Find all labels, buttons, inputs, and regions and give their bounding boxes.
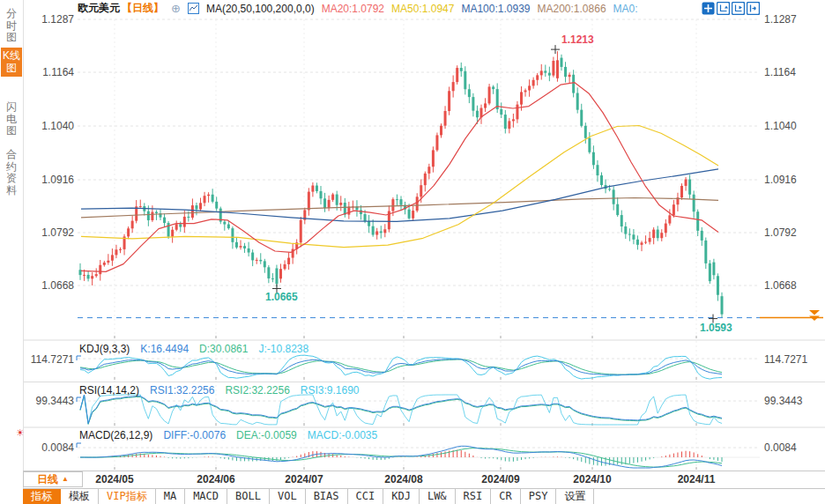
kdj-label-row: KDJ(9,3,3) K:16.4494 D:30.0861 J:-10.823… (79, 343, 308, 355)
kline-mini-icon[interactable] (188, 3, 199, 14)
x-axis-date-label: 2024/07 (285, 473, 323, 485)
kdj-axis-label-right: 114.7271 (764, 352, 807, 367)
kdj-d-value: D:30.0861 (199, 343, 248, 355)
tab-kdj[interactable]: KDJ (383, 489, 420, 504)
symbol-name: 欧元美元 (78, 1, 120, 16)
tab-macd[interactable]: MACD (185, 489, 227, 504)
period-selector-button[interactable]: 日线 ▲ (23, 471, 83, 487)
trading-terminal-window: 分时图 K线图 闪电图 合约资料 欧元美元【日线】 ⊕ MA(20,50,100… (0, 0, 825, 504)
tab-cci[interactable]: CCI (348, 489, 384, 504)
x-axis-date-label: 2024/08 (384, 473, 422, 485)
ma100-value: MA100:1.0939 (461, 3, 530, 15)
rsi2-value: RSI2:32.2256 (225, 384, 289, 397)
x-axis-date-label: 2024/06 (197, 473, 234, 485)
rsi3-value: RSI3:9.1690 (301, 384, 360, 397)
period-selector-label: 日线 (37, 472, 58, 487)
chevron-up-icon: ▲ (62, 476, 69, 483)
y-axis-right-label: 1.0668 (764, 278, 797, 293)
chart-header: 欧元美元【日线】 ⊕ MA(20,50,100,200,0,0) MA20:1.… (78, 2, 638, 15)
tab-vip-indicators[interactable]: VIP指标 (99, 489, 156, 504)
auto-scale-icon[interactable] (717, 2, 730, 15)
macd-axis-label-right: 0.0084 (764, 441, 797, 455)
y-axis-left-label: 1.0916 (25, 173, 74, 187)
macd-dea-value: DEA:-0.0059 (236, 429, 297, 441)
sidebar-item-lightning-chart[interactable]: 闪电图 (3, 99, 20, 140)
indicator-tab-bar: 指标 模板 VIP指标 MA MACD BOLL VOL BIAS CCI KD… (23, 488, 825, 504)
tab-bias[interactable]: BIAS (306, 489, 348, 504)
annotation-last-price: 1.0593 (700, 322, 732, 334)
sidebar-item-contract-info[interactable]: 合约资料 (3, 146, 20, 199)
ma50-value: MA50:1.0947 (391, 3, 454, 15)
y-axis-right-label: 1.0916 (764, 173, 797, 187)
x-axis-date-label: 2024/09 (481, 473, 519, 485)
crosshair-tool-icon[interactable] (702, 2, 715, 15)
annotation-period-high: 1.1213 (561, 33, 594, 46)
tab-templates[interactable]: 模板 (61, 489, 99, 504)
y-axis-left-label: 1.1040 (25, 119, 74, 133)
tab-psy[interactable]: PSY (521, 489, 557, 504)
tab-settings[interactable]: 设置 (556, 489, 594, 504)
tab-cr[interactable]: CR (491, 489, 520, 504)
y-axis-right-label: 1.1040 (764, 119, 797, 133)
x-axis-date-label: 2024/11 (678, 473, 716, 485)
macd-axis-label-left: 0.0084 (25, 441, 74, 455)
period-tag: 【日线】 (122, 1, 164, 16)
y-axis-left-label: 1.0792 (25, 226, 74, 240)
sidebar-item-kline-chart[interactable]: K线图 (1, 48, 22, 77)
y-axis-right-label: 1.1164 (764, 65, 796, 79)
macd-title[interactable]: MACD(26,12,9) (79, 429, 152, 441)
y-axis-left-label: 1.1164 (25, 65, 74, 79)
x-axis-date-label: 2024/05 (95, 473, 133, 485)
rsi-axis-label-right: 99.3443 (764, 394, 802, 408)
annotation-mid-low: 1.0665 (265, 291, 298, 303)
macd-macd-value: MACD:-0.0035 (308, 429, 377, 441)
ma0-value: MA0: (613, 3, 638, 15)
tab-indicators[interactable]: 指标 (23, 489, 61, 504)
tab-lw[interactable]: LW& (420, 489, 456, 504)
scale-right-icon[interactable] (732, 2, 745, 15)
kdj-title[interactable]: KDJ(9,3,3) (79, 343, 130, 355)
chart-toolbar (702, 2, 760, 15)
y-axis-left-label: 1.1287 (25, 12, 74, 26)
macd-diff-value: DIFF:-0.0076 (163, 429, 226, 441)
y-axis-left-label: 1.0668 (25, 278, 74, 293)
sidebar-item-time-chart[interactable]: 分时图 (3, 5, 20, 47)
tab-rsi[interactable]: RSI (456, 489, 492, 504)
x-axis-date-label: 2024/10 (573, 473, 611, 485)
x-axis-divider (23, 471, 825, 471)
rsi-axis-label-left: 99.3443 (25, 394, 74, 408)
rsi-label-row: RSI(14,14,2) RSI1:32.2256 RSI2:32.2256 R… (79, 384, 360, 397)
circle-plus-icon[interactable]: ⊕ (171, 3, 181, 14)
alert-sun-icon[interactable]: ☀ (16, 427, 25, 439)
pan-right-icon[interactable] (747, 2, 760, 15)
tab-ma[interactable]: MA (156, 489, 185, 504)
tab-vol[interactable]: VOL (270, 489, 306, 504)
macd-label-row: MACD(26,12,9) DIFF:-0.0076 DEA:-0.0059 M… (79, 429, 377, 441)
tab-boll[interactable]: BOLL (227, 489, 270, 504)
kdj-j-value: J:-10.8238 (258, 343, 308, 355)
rsi-title[interactable]: RSI(14,14,2) (79, 384, 139, 397)
kdj-axis-label-left: 114.7271 (25, 352, 74, 367)
y-axis-right-label: 1.0792 (764, 226, 797, 240)
kdj-k-value: K:16.4494 (140, 343, 189, 355)
rsi1-value: RSI1:32.2256 (150, 384, 214, 397)
ma20-value: MA20:1.0792 (322, 3, 384, 15)
ma-params-label[interactable]: MA(20,50,100,200,0,0) (206, 3, 315, 15)
ma200-value: MA200:1.0866 (538, 3, 606, 15)
y-axis-right-label: 1.1287 (764, 12, 797, 26)
